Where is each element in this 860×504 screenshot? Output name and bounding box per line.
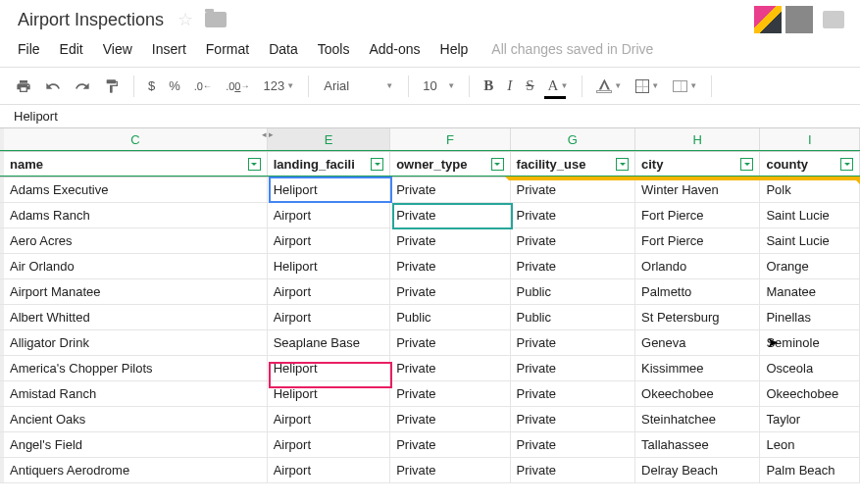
- hidden-columns-indicator[interactable]: [264, 131, 272, 143]
- cell-name[interactable]: Air Orlando: [4, 254, 268, 278]
- cell-landing[interactable]: Airport: [268, 432, 390, 457]
- cell-owner[interactable]: Private: [390, 407, 510, 431]
- cell-landing[interactable]: Heliport: [268, 177, 390, 202]
- cell-city[interactable]: Delray Beach: [635, 458, 760, 482]
- cell-owner[interactable]: Private: [390, 381, 510, 406]
- cell-facility[interactable]: Public: [511, 279, 635, 304]
- increase-decimal-button[interactable]: .00→: [220, 76, 255, 96]
- cell-city[interactable]: Steinhatchee: [635, 407, 760, 431]
- cell-name[interactable]: Aero Acres: [4, 228, 268, 253]
- cell-owner[interactable]: Private: [390, 279, 510, 304]
- cell-name[interactable]: Adams Executive: [4, 177, 268, 202]
- cell-landing[interactable]: Airport: [268, 203, 390, 227]
- filter-icon[interactable]: [371, 158, 383, 171]
- borders-button[interactable]: ▼: [630, 76, 665, 97]
- header-facility[interactable]: facility_use: [511, 152, 635, 176]
- cell-facility[interactable]: Private: [511, 458, 635, 482]
- cell-landing[interactable]: Heliport: [268, 381, 390, 406]
- col-header-H[interactable]: H: [635, 128, 760, 151]
- number-format-button[interactable]: 123▼: [258, 75, 301, 97]
- cell-county[interactable]: Seminole: [760, 330, 860, 355]
- cell-county[interactable]: Taylor: [760, 407, 860, 431]
- print-icon[interactable]: [10, 75, 37, 98]
- col-header-I[interactable]: I: [760, 128, 860, 151]
- cell-facility[interactable]: Private: [511, 356, 635, 380]
- font-size-select[interactable]: 10▼: [417, 76, 461, 96]
- menu-insert[interactable]: Insert: [142, 37, 196, 61]
- cell-landing[interactable]: Heliport: [268, 356, 390, 380]
- italic-button[interactable]: I: [501, 74, 518, 98]
- cell-owner[interactable]: Private: [390, 177, 510, 202]
- menu-help[interactable]: Help: [430, 37, 479, 61]
- cell-owner[interactable]: Private: [390, 228, 510, 253]
- cell-facility[interactable]: Private: [511, 228, 635, 253]
- cell-name[interactable]: Airport Manatee: [4, 279, 268, 304]
- filter-icon[interactable]: [840, 158, 853, 171]
- cell-facility[interactable]: Private: [511, 432, 635, 457]
- cell-name[interactable]: Alligator Drink: [4, 330, 268, 355]
- cell-name[interactable]: America's Chopper Pilots: [4, 356, 268, 380]
- fill-color-button[interactable]: ▼: [590, 76, 628, 97]
- filter-icon[interactable]: [491, 158, 504, 171]
- cell-name[interactable]: Ancient Oaks: [4, 407, 268, 431]
- cell-landing[interactable]: Heliport: [268, 254, 390, 278]
- cell-name[interactable]: Adams Ranch: [4, 203, 268, 227]
- cell-city[interactable]: Geneva: [635, 330, 760, 355]
- cell-owner[interactable]: Private: [390, 356, 510, 380]
- cell-city[interactable]: St Petersburg: [635, 305, 760, 329]
- filter-icon[interactable]: [740, 158, 753, 171]
- cell-facility[interactable]: Private: [511, 203, 635, 227]
- filter-icon[interactable]: [616, 158, 629, 171]
- menu-format[interactable]: Format: [196, 37, 259, 61]
- cell-county[interactable]: Saint Lucie: [760, 203, 860, 227]
- col-header-C[interactable]: C: [4, 128, 268, 151]
- document-title[interactable]: Airport Inspections: [16, 8, 166, 32]
- cell-facility[interactable]: Private: [511, 330, 635, 355]
- cell-owner[interactable]: Private: [390, 458, 510, 482]
- cell-city[interactable]: Winter Haven: [635, 177, 760, 202]
- cell-county[interactable]: Palm Beach: [760, 458, 860, 482]
- cell-county[interactable]: Okeechobee: [760, 381, 860, 406]
- menu-data[interactable]: Data: [259, 37, 308, 61]
- formula-value[interactable]: Heliport: [10, 109, 58, 124]
- cell-landing[interactable]: Airport: [268, 407, 390, 431]
- cell-landing[interactable]: Airport: [268, 279, 390, 304]
- header-county[interactable]: county: [760, 152, 860, 176]
- cell-county[interactable]: Leon: [760, 432, 860, 457]
- cell-owner[interactable]: Private: [390, 203, 510, 227]
- header-owner[interactable]: owner_type: [390, 152, 510, 176]
- cell-landing[interactable]: Airport: [268, 305, 390, 329]
- cell-name[interactable]: Amistad Ranch: [4, 381, 268, 406]
- redo-icon[interactable]: [69, 75, 96, 98]
- filter-icon[interactable]: [248, 158, 261, 171]
- col-header-G[interactable]: G: [511, 128, 635, 151]
- format-currency-button[interactable]: $: [142, 75, 161, 97]
- cell-name[interactable]: Albert Whitted: [4, 305, 268, 329]
- cell-facility[interactable]: Private: [511, 254, 635, 278]
- cell-facility[interactable]: Private: [511, 407, 635, 431]
- cell-landing[interactable]: Airport: [268, 228, 390, 253]
- merge-cells-button[interactable]: ▼: [667, 76, 703, 96]
- menu-edit[interactable]: Edit: [50, 37, 93, 61]
- header-name[interactable]: name: [4, 152, 268, 176]
- undo-icon[interactable]: [39, 75, 67, 98]
- cell-landing[interactable]: Seaplane Base: [268, 330, 390, 355]
- collaborator-avatar[interactable]: [785, 6, 813, 33]
- col-header-E[interactable]: E: [268, 128, 390, 151]
- menu-addons[interactable]: Add-ons: [359, 37, 430, 61]
- decrease-decimal-button[interactable]: .0←: [188, 76, 218, 96]
- cell-county[interactable]: Orange: [760, 254, 860, 278]
- cell-city[interactable]: Orlando: [635, 254, 760, 278]
- font-family-select[interactable]: Arial▼: [317, 75, 400, 97]
- menu-view[interactable]: View: [93, 37, 142, 61]
- cell-facility[interactable]: Private: [511, 381, 635, 406]
- folder-icon[interactable]: [205, 12, 227, 27]
- formula-bar[interactable]: Heliport: [0, 105, 860, 128]
- bold-button[interactable]: B: [478, 74, 499, 98]
- cell-city[interactable]: Fort Pierce: [635, 203, 760, 227]
- cell-landing[interactable]: Airport: [268, 458, 390, 482]
- paint-format-icon[interactable]: [98, 75, 126, 98]
- cell-owner[interactable]: Public: [390, 305, 510, 329]
- cell-county[interactable]: Pinellas: [760, 305, 860, 329]
- cell-name[interactable]: Angel's Field: [4, 432, 268, 457]
